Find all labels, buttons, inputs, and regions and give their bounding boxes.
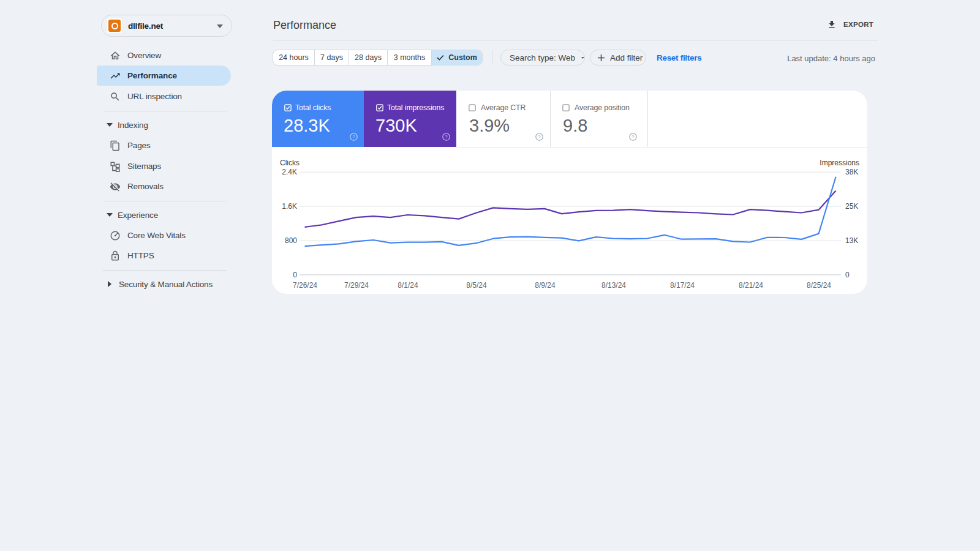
svg-text:8/21/24: 8/21/24 xyxy=(739,281,763,290)
svg-text:800: 800 xyxy=(285,236,297,245)
svg-text:7/29/24: 7/29/24 xyxy=(344,281,369,290)
svg-text:8/5/24: 8/5/24 xyxy=(466,281,487,290)
svg-text:7/26/24: 7/26/24 xyxy=(293,281,317,290)
svg-text:38K: 38K xyxy=(845,168,858,176)
svg-text:Clicks: Clicks xyxy=(280,159,300,167)
svg-text:1.6K: 1.6K xyxy=(282,202,297,211)
svg-text:0: 0 xyxy=(845,271,850,279)
svg-text:2.4K: 2.4K xyxy=(282,168,297,176)
svg-text:25K: 25K xyxy=(845,202,858,211)
svg-text:0: 0 xyxy=(293,271,297,279)
svg-text:13K: 13K xyxy=(845,236,858,245)
svg-text:8/1/24: 8/1/24 xyxy=(398,281,418,290)
svg-text:8/13/24: 8/13/24 xyxy=(601,281,626,290)
svg-text:8/25/24: 8/25/24 xyxy=(807,281,831,290)
svg-text:Impressions: Impressions xyxy=(820,159,859,167)
svg-text:8/17/24: 8/17/24 xyxy=(670,281,695,290)
svg-text:8/9/24: 8/9/24 xyxy=(535,281,556,290)
